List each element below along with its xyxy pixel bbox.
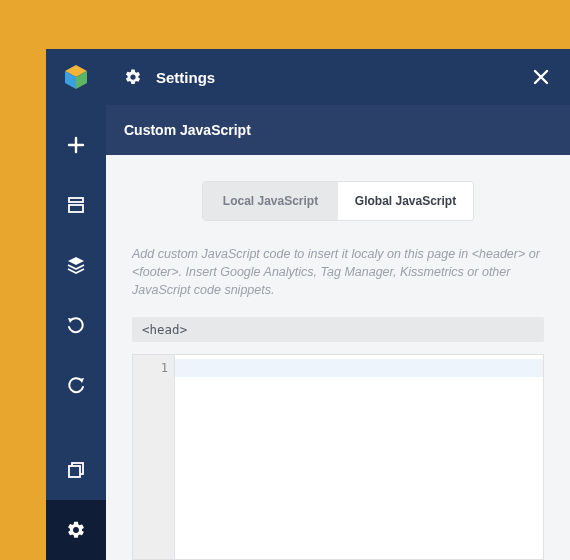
sidebar-item-window[interactable] — [46, 440, 106, 500]
sidebar-item-redo[interactable] — [46, 355, 106, 415]
tab-local-javascript[interactable]: Local JavaScript — [203, 182, 338, 220]
tab-global-javascript[interactable]: Global JavaScript — [338, 182, 473, 220]
settings-panel: Settings Custom JavaScript Local JavaScr… — [106, 49, 570, 560]
panel-subheader: Custom JavaScript — [106, 105, 570, 155]
sidebar-item-layers[interactable] — [46, 235, 106, 295]
description-text: Add custom JavaScript code to insert it … — [132, 245, 544, 299]
editor-gutter: 1 — [133, 355, 175, 559]
svg-rect-9 — [69, 466, 80, 477]
sidebar — [46, 49, 106, 560]
code-editor[interactable]: 1 — [132, 354, 544, 560]
template-icon — [67, 196, 85, 214]
sidebar-item-settings[interactable] — [46, 500, 106, 560]
app-logo — [61, 63, 91, 93]
close-icon — [532, 68, 550, 86]
line-number: 1 — [133, 359, 168, 377]
close-button[interactable] — [532, 68, 550, 86]
panel-title: Settings — [156, 69, 532, 86]
editor-code-area[interactable] — [175, 355, 543, 559]
section-tag-head: <head> — [132, 317, 544, 342]
sidebar-item-add[interactable] — [46, 115, 106, 175]
sidebar-item-undo[interactable] — [46, 295, 106, 355]
script-scope-tabs: Local JavaScript Global JavaScript — [202, 181, 474, 221]
window-restore-icon — [67, 461, 85, 479]
layers-icon — [66, 255, 86, 275]
svg-marker-5 — [68, 257, 84, 265]
svg-rect-3 — [69, 198, 83, 202]
gear-icon — [66, 520, 86, 540]
undo-icon — [66, 315, 86, 335]
editor-current-line-highlight — [175, 359, 543, 377]
plus-icon — [67, 136, 85, 154]
panel-body: Local JavaScript Global JavaScript Add c… — [106, 155, 570, 560]
redo-icon — [66, 375, 86, 395]
sidebar-item-template[interactable] — [46, 175, 106, 235]
panel-subtitle: Custom JavaScript — [124, 122, 251, 138]
app-window: Settings Custom JavaScript Local JavaScr… — [46, 49, 570, 560]
gear-icon — [124, 68, 142, 86]
panel-header: Settings — [106, 49, 570, 105]
svg-rect-4 — [69, 205, 83, 212]
